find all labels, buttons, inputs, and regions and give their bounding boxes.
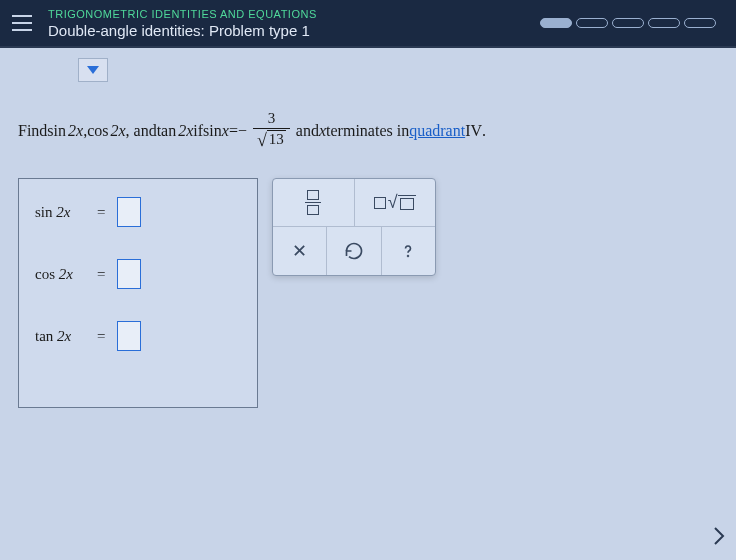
next-button[interactable] <box>710 522 728 550</box>
fn-tan: tan <box>157 122 177 140</box>
chevron-down-icon <box>87 66 99 74</box>
fn-sin: sin <box>203 122 222 140</box>
sqrt-icon: √ <box>374 192 416 213</box>
equals-sign: = <box>97 266 105 283</box>
text: , and <box>126 122 157 140</box>
quadrant-link[interactable]: quadrant <box>409 122 465 140</box>
progress-pill <box>540 18 572 28</box>
var-x: x <box>319 122 326 140</box>
numerator: 3 <box>264 110 280 128</box>
answer-row-tan2x: tan 2x = <box>35 321 241 351</box>
clear-tool[interactable]: ✕ <box>273 227 327 275</box>
answer-label: cos 2x <box>35 266 85 283</box>
math-toolbar: √ ✕ <box>272 178 436 276</box>
negative-sign: − <box>238 122 247 140</box>
radicand: 13 <box>267 130 286 148</box>
cos2x-input[interactable] <box>117 259 141 289</box>
equals: = <box>229 122 238 140</box>
close-icon: ✕ <box>292 240 307 262</box>
progress-pill <box>576 18 608 28</box>
answer-label: sin 2x <box>35 204 85 221</box>
progress-pill <box>684 18 716 28</box>
problem-statement: Find sin 2x , cos 2x , and tan 2x if sin… <box>18 110 486 151</box>
arg: 2x <box>178 122 193 140</box>
progress-pill <box>648 18 680 28</box>
topic-dropdown[interactable] <box>78 58 108 82</box>
svg-point-0 <box>408 256 409 257</box>
fraction: 3 √ 13 <box>253 110 290 151</box>
answer-row-cos2x: cos 2x = <box>35 259 241 289</box>
quadrant-number: IV <box>465 122 482 140</box>
chevron-right-icon <box>712 526 726 546</box>
breadcrumb: TRIGONOMETRIC IDENTITIES AND EQUATIONS <box>48 8 540 20</box>
sin2x-input[interactable] <box>117 197 141 227</box>
equals-sign: = <box>97 204 105 221</box>
fn-cos: cos <box>87 122 108 140</box>
undo-icon <box>344 241 364 261</box>
text: terminates in <box>326 122 409 140</box>
content-area: Find sin 2x , cos 2x , and tan 2x if sin… <box>0 48 736 560</box>
arg: 2x <box>110 122 125 140</box>
denominator: √ 13 <box>253 128 290 151</box>
page-title: Double-angle identities: Problem type 1 <box>48 22 540 39</box>
header-text-block: TRIGONOMETRIC IDENTITIES AND EQUATIONS D… <box>48 8 540 39</box>
progress-pill <box>612 18 644 28</box>
text: and <box>296 122 319 140</box>
progress-indicator <box>540 18 716 28</box>
answer-panel: sin 2x = cos 2x = tan 2x = <box>18 178 258 408</box>
radical-icon: √ <box>257 130 267 151</box>
answer-label: tan 2x <box>35 328 85 345</box>
sqrt: √ 13 <box>257 130 286 151</box>
menu-icon[interactable] <box>12 15 32 31</box>
equals-sign: = <box>97 328 105 345</box>
help-icon <box>398 241 418 261</box>
text: Find <box>18 122 47 140</box>
fraction-tool[interactable] <box>273 179 355 226</box>
arg: 2x <box>68 122 83 140</box>
sqrt-tool[interactable]: √ <box>355 179 436 226</box>
answer-row-sin2x: sin 2x = <box>35 197 241 227</box>
tan2x-input[interactable] <box>117 321 141 351</box>
fn-sin: sin <box>47 122 66 140</box>
text: . <box>482 122 486 140</box>
text: if <box>193 122 203 140</box>
undo-tool[interactable] <box>327 227 381 275</box>
app-header: TRIGONOMETRIC IDENTITIES AND EQUATIONS D… <box>0 0 736 48</box>
help-tool[interactable] <box>382 227 435 275</box>
fraction-icon <box>305 190 321 216</box>
var-x: x <box>222 122 229 140</box>
